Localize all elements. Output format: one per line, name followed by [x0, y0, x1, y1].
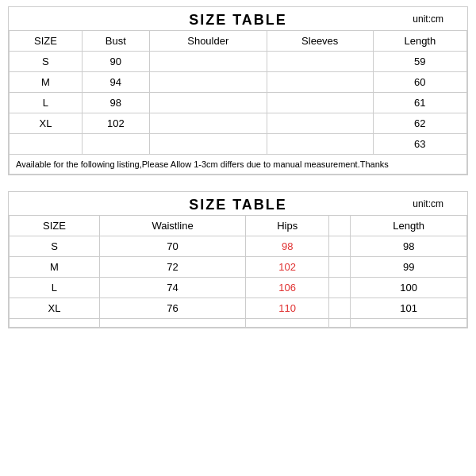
table2-cell: 106	[246, 278, 329, 298]
table2-cell	[329, 319, 351, 328]
table1-cell: 59	[373, 52, 466, 72]
table1-header-cell: Sleeves	[267, 31, 373, 52]
table2-cell: M	[10, 257, 100, 278]
table1-grid: SIZEBustShoulderSleevesLength S9059M9460…	[9, 30, 467, 175]
table1-cell	[149, 93, 267, 113]
table2-unit: unit:cm	[413, 198, 443, 209]
table-row: XL10262	[10, 113, 467, 134]
table1-note-row: Available for the following listing,Plea…	[10, 155, 467, 175]
table2-cell	[329, 257, 351, 278]
table1-cell	[267, 72, 373, 93]
table1-cell	[149, 72, 267, 93]
table1-cell	[267, 93, 373, 113]
table2-header-row: SIZEWaistlineHipsLength	[10, 216, 467, 236]
table2-cell: 102	[246, 257, 329, 278]
size-table-2: SIZE TABLE unit:cm SIZEWaistlineHipsLeng…	[8, 191, 468, 328]
table2-cell: 101	[351, 298, 467, 319]
table2-cell: 98	[351, 236, 467, 257]
size-table-1: SIZE TABLE unit:cm SIZEBustShoulderSleev…	[8, 6, 468, 175]
table2-title: SIZE TABLE	[189, 197, 287, 213]
table2-cell: 70	[99, 236, 245, 257]
table1-header-cell: Bust	[82, 31, 149, 52]
table2-cell	[10, 319, 100, 328]
table2-grid: SIZEWaistlineHipsLength S709898M7210299L…	[9, 215, 467, 328]
table1-cell	[267, 113, 373, 134]
table1-note: Available for the following listing,Plea…	[10, 155, 467, 175]
table1-cell: 60	[373, 72, 466, 93]
table2-cell: XL	[10, 298, 100, 319]
table2-cell: L	[10, 278, 100, 298]
table1-header-cell: SIZE	[10, 31, 83, 52]
table2-cell: S	[10, 236, 100, 257]
table2-header-cell: SIZE	[10, 216, 100, 236]
table2-cell	[351, 319, 467, 328]
table-row: S9059	[10, 52, 467, 72]
table2-cell: 98	[246, 236, 329, 257]
table1-title: SIZE TABLE	[189, 12, 287, 28]
table1-cell: 98	[82, 93, 149, 113]
table2-cell: 100	[351, 278, 467, 298]
table1-unit: unit:cm	[413, 13, 443, 25]
table2-cell: 74	[99, 278, 245, 298]
table2-cell	[329, 298, 351, 319]
table1-cell: 63	[373, 134, 466, 155]
table1-cell	[82, 134, 149, 155]
table1-title-row: SIZE TABLE unit:cm	[9, 7, 467, 30]
table-row: M7210299	[10, 257, 467, 278]
table1-cell	[10, 134, 83, 155]
table2-header-cell: Hips	[246, 216, 329, 236]
table2-cell	[246, 319, 329, 328]
table-row: L74106100	[10, 278, 467, 298]
table2-cell	[329, 278, 351, 298]
table1-header-cell: Shoulder	[149, 31, 267, 52]
table1-cell: M	[10, 72, 83, 93]
table2-header-cell: Length	[351, 216, 467, 236]
table2-cell	[99, 319, 245, 328]
table2-title-row: SIZE TABLE unit:cm	[9, 192, 467, 215]
table1-cell: S	[10, 52, 83, 72]
table1-cell: XL	[10, 113, 83, 134]
table1-header-row: SIZEBustShoulderSleevesLength	[10, 31, 467, 52]
table1-cell: L	[10, 93, 83, 113]
table1-cell	[149, 134, 267, 155]
table1-cell: 102	[82, 113, 149, 134]
table1-cell: 90	[82, 52, 149, 72]
table1-cell: 61	[373, 93, 466, 113]
table1-cell	[267, 52, 373, 72]
table-row: 63	[10, 134, 467, 155]
page: SIZE TABLE unit:cm SIZEBustShoulderSleev…	[0, 0, 476, 476]
table1-header-cell: Length	[373, 31, 466, 52]
table2-cell: 110	[246, 298, 329, 319]
table-row	[10, 319, 467, 328]
table2-cell	[329, 236, 351, 257]
table-row: M9460	[10, 72, 467, 93]
table1-cell: 94	[82, 72, 149, 93]
table1-cell	[267, 134, 373, 155]
table1-cell	[149, 52, 267, 72]
table1-cell: 62	[373, 113, 466, 134]
table2-cell: 72	[99, 257, 245, 278]
table-row: L9861	[10, 93, 467, 113]
table2-header-cell: Waistline	[99, 216, 245, 236]
table2-cell: 99	[351, 257, 467, 278]
table-row: XL76110101	[10, 298, 467, 319]
table1-cell	[149, 113, 267, 134]
table2-cell: 76	[99, 298, 245, 319]
table2-header-cell	[329, 216, 351, 236]
table-row: S709898	[10, 236, 467, 257]
